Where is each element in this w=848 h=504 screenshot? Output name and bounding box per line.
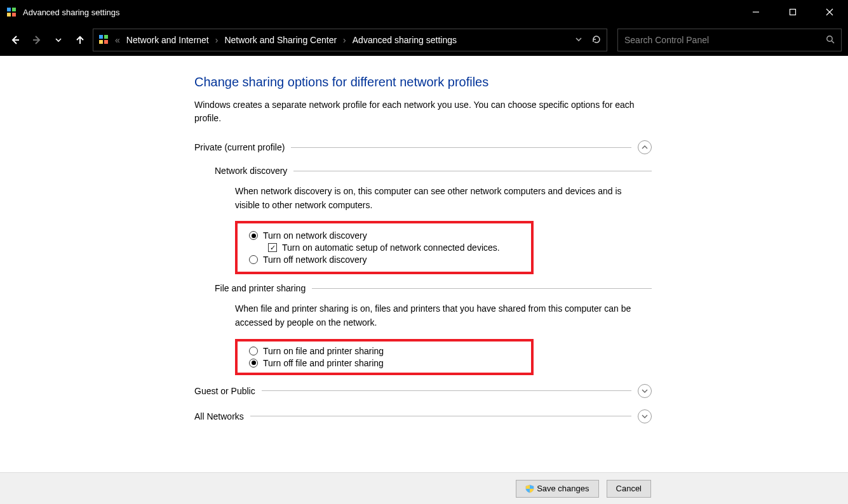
radio-turn-off-network-discovery[interactable]: Turn off network discovery — [249, 255, 520, 265]
radio-turn-on-network-discovery[interactable]: Turn on network discovery — [249, 230, 520, 241]
chevron-down-icon[interactable] — [638, 384, 652, 398]
chevron-right-icon[interactable]: › — [343, 35, 346, 45]
address-field[interactable]: « Network and Internet › Network and Sha… — [93, 29, 607, 51]
file-printer-description: When file and printer sharing is on, fil… — [235, 302, 642, 329]
svg-point-15 — [827, 36, 832, 41]
maximize-button[interactable] — [774, 0, 811, 24]
checkbox-icon: ✓ — [268, 243, 277, 252]
chevron-up-icon[interactable] — [638, 140, 652, 154]
radio-turn-off-file-printer[interactable]: Turn off file and printer sharing — [249, 358, 520, 368]
content-area: Change sharing options for different net… — [0, 56, 848, 472]
svg-rect-13 — [99, 40, 103, 44]
address-bar: « Network and Internet › Network and Sha… — [0, 24, 848, 56]
recent-locations-button[interactable] — [50, 31, 67, 49]
svg-rect-0 — [7, 8, 11, 11]
cancel-button[interactable]: Cancel — [607, 480, 651, 498]
subsection-file-printer-header: File and printer sharing — [215, 283, 652, 293]
page-heading: Change sharing options for different net… — [194, 75, 652, 90]
chevron-right-icon[interactable]: › — [215, 35, 219, 45]
section-private-label: Private (current profile) — [194, 142, 285, 152]
svg-rect-12 — [104, 35, 108, 39]
section-all-networks-label: All Networks — [194, 411, 244, 421]
section-guest-public-header[interactable]: Guest or Public — [194, 384, 652, 398]
radio-turn-on-file-printer[interactable]: Turn on file and printer sharing — [249, 346, 520, 356]
svg-rect-11 — [99, 35, 103, 39]
radio-icon — [249, 231, 258, 240]
search-icon[interactable] — [826, 35, 835, 46]
section-private-header[interactable]: Private (current profile) — [194, 140, 652, 154]
breadcrumb-overflow-icon[interactable]: « — [115, 35, 120, 45]
up-button[interactable] — [71, 31, 89, 49]
minimize-button[interactable] — [737, 0, 774, 24]
window-controls — [737, 0, 848, 24]
save-changes-button[interactable]: Save changes — [516, 480, 598, 498]
highlight-file-printer-sharing: Turn on file and printer sharing Turn of… — [235, 339, 534, 375]
svg-rect-2 — [7, 13, 11, 17]
radio-icon — [249, 255, 258, 264]
window-titlebar: Advanced sharing settings — [0, 0, 848, 24]
svg-rect-5 — [790, 10, 796, 15]
svg-rect-3 — [12, 13, 16, 17]
uac-shield-icon — [525, 484, 534, 493]
chevron-down-icon[interactable] — [638, 409, 652, 423]
forward-button[interactable] — [28, 31, 46, 49]
radio-icon — [249, 359, 258, 368]
subsection-network-discovery-header: Network discovery — [215, 166, 652, 176]
section-all-networks-header[interactable]: All Networks — [194, 409, 652, 423]
breadcrumb-item-advanced-sharing[interactable]: Advanced sharing settings — [353, 35, 457, 45]
page-description: Windows creates a separate network profi… — [194, 98, 652, 125]
control-panel-icon — [98, 34, 109, 46]
section-guest-public-label: Guest or Public — [194, 386, 255, 396]
window-title: Advanced sharing settings — [23, 8, 119, 17]
highlight-network-discovery: Turn on network discovery ✓ Turn on auto… — [235, 221, 534, 274]
back-button[interactable] — [6, 31, 24, 49]
breadcrumb-item-sharing-center[interactable]: Network and Sharing Center — [224, 35, 337, 45]
bottom-button-bar: Save changes Cancel — [0, 472, 848, 504]
refresh-button[interactable] — [591, 34, 602, 46]
checkbox-auto-setup-devices[interactable]: ✓ Turn on automatic setup of network con… — [268, 242, 520, 253]
search-field[interactable] — [617, 29, 842, 51]
svg-rect-14 — [104, 40, 108, 44]
control-panel-icon — [6, 7, 17, 17]
close-button[interactable] — [811, 0, 848, 24]
svg-line-16 — [831, 41, 834, 43]
search-input[interactable] — [624, 35, 826, 45]
breadcrumb-item-network-internet[interactable]: Network and Internet — [126, 35, 209, 45]
network-discovery-description: When network discovery is on, this compu… — [235, 185, 642, 212]
svg-rect-1 — [12, 8, 16, 11]
history-dropdown-button[interactable] — [575, 35, 582, 45]
radio-icon — [249, 347, 258, 355]
